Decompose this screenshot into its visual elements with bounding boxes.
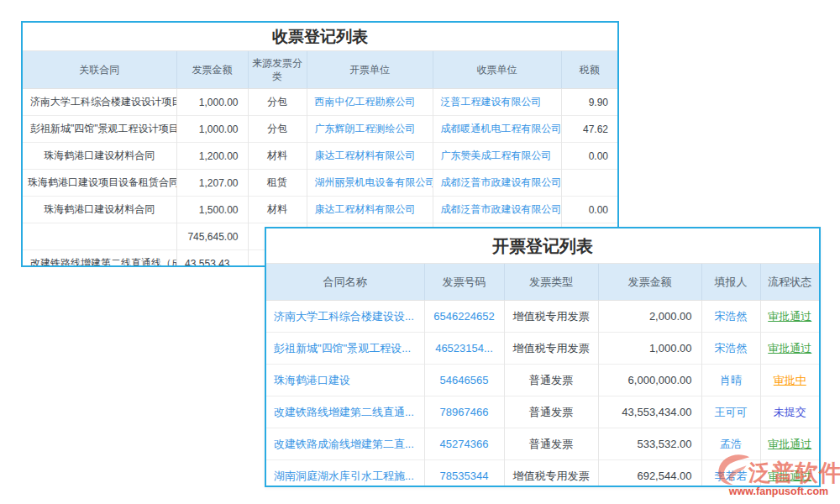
column-header-category: 来源发票分类 — [248, 51, 307, 89]
reporter-link[interactable]: 宋浩然 — [701, 301, 760, 333]
invoice-number-link[interactable]: 54646565 — [424, 365, 504, 396]
contract-link[interactable]: 改建铁路成渝线增建第二直... — [266, 428, 424, 460]
amount-cell: 533,532.00 — [598, 428, 701, 460]
contract-cell: 改建铁路线增建第二线直通线（成... — [23, 250, 176, 268]
table-row: 济南大学工科综合楼建设设计项目... 1,000.00 分包 西南中亿工程勘察公… — [23, 89, 617, 116]
table-row: 珠海鹤港口建设 54646565 普通发票 6,000,000.00 肖晴 审批… — [266, 365, 819, 396]
column-header-tax: 税额 — [561, 51, 617, 89]
status-badge[interactable]: 审批通过 — [760, 333, 819, 365]
invoice-number-link[interactable]: 6546224652 — [424, 301, 504, 333]
contract-cell: 济南大学工科综合楼建设设计项目... — [23, 89, 176, 116]
invoice-type-cell: 普通发票 — [504, 365, 598, 396]
amount-cell: 1,000.00 — [598, 333, 701, 365]
column-header-invoice-type: 发票类型 — [504, 264, 598, 301]
tax-cell: 0.00 — [561, 197, 617, 223]
receiver-link[interactable]: 成都泛普市政建设有限公司 — [433, 170, 561, 197]
contract-link[interactable]: 济南大学工科综合楼建设设... — [266, 301, 424, 333]
table-row: 珠海鹤港口建设材料合同 1,500.00 材料 康达工程材料有限公司 成都泛普市… — [23, 197, 617, 223]
receiver-link[interactable]: 成都暖通机电工程有限公司 — [433, 116, 561, 143]
fanpu-logo-icon — [715, 450, 752, 487]
tax-cell: 0.00 — [561, 143, 617, 170]
table-row: 彭祖新城"四馆"景观工程设计项目... 1,000.00 分包 广东辉朗工程测绘… — [23, 116, 617, 143]
table-row: 改建铁路线增建第二线直通... 78967466 普通发票 43,553,434… — [266, 396, 819, 428]
reporter-link[interactable]: 宋浩然 — [701, 333, 760, 365]
issuer-link[interactable]: 康达工程材料有限公司 — [307, 197, 433, 223]
amount-cell: 692,544.00 — [598, 460, 701, 488]
column-header-contract-name: 合同名称 — [266, 264, 424, 301]
category-cell: 分包 — [248, 89, 307, 116]
invoice-table-title: 开票登记列表 — [266, 228, 819, 263]
category-cell: 租赁 — [248, 170, 307, 197]
amount-cell: 1,500.00 — [176, 197, 248, 223]
amount-cell: 1,200.00 — [176, 143, 248, 170]
column-header-receiver: 收票单位 — [433, 51, 561, 89]
amount-cell: 1,000.00 — [176, 116, 248, 143]
contract-cell: 珠海鹤港口建设材料合同 — [23, 197, 176, 223]
category-cell: 分包 — [248, 116, 307, 143]
category-cell: 材料 — [248, 197, 307, 223]
table-row: 珠海鹤港口建设材料合同 1,200.00 材料 康达工程材料有限公司 广东赞美成… — [23, 143, 617, 170]
status-badge[interactable]: 审批通过 — [760, 301, 819, 333]
issuer-link[interactable]: 湖州丽景机电设备有限公司 — [307, 170, 433, 197]
reporter-link[interactable]: 王可可 — [701, 396, 760, 428]
column-header-invoice-amount: 发票金额 — [598, 264, 701, 301]
issuer-link[interactable]: 广东辉朗工程测绘公司 — [307, 116, 433, 143]
tax-cell: 9.90 — [561, 89, 617, 116]
issuer-link[interactable]: 康达工程材料有限公司 — [307, 143, 433, 170]
tax-cell — [561, 170, 617, 197]
column-header-amount: 发票金额 — [176, 51, 248, 89]
table-row: 珠海鹤港口建设项目设备租赁合同 1,207.00 租赁 湖州丽景机电设备有限公司… — [23, 170, 617, 197]
reporter-link[interactable]: 肖晴 — [701, 365, 760, 396]
receiver-link[interactable]: 泛普工程建设有限公司 — [433, 89, 561, 116]
contract-link[interactable]: 彭祖新城"四馆"景观工程设... — [266, 333, 424, 365]
receiver-link[interactable]: 成都泛普市政建设有限公司 — [433, 197, 561, 223]
issuer-link[interactable]: 西南中亿工程勘察公司 — [307, 89, 433, 116]
watermark-brand-text: 泛普软件 — [748, 462, 840, 487]
amount-cell: 43,553,43... — [176, 250, 248, 268]
contract-link[interactable]: 珠海鹤港口建设 — [266, 365, 424, 396]
invoice-number-link[interactable]: 78967466 — [424, 396, 504, 428]
invoice-header-row: 合同名称 发票号码 发票类型 发票金额 填报人 流程状态 — [266, 264, 819, 301]
table-row: 彭祖新城"四馆"景观工程设... 46523154... 增值税专用发票 1,0… — [266, 333, 819, 365]
column-header-issuer: 开票单位 — [307, 51, 433, 89]
column-header-invoice-number: 发票号码 — [424, 264, 504, 301]
contract-cell: 彭祖新城"四馆"景观工程设计项目... — [23, 116, 176, 143]
category-cell: 材料 — [248, 143, 307, 170]
table-row: 济南大学工科综合楼建设设... 6546224652 增值税专用发票 2,000… — [266, 301, 819, 333]
watermark-url-text: www.fanpusoft.com — [715, 486, 840, 497]
tax-cell: 47.62 — [561, 116, 617, 143]
invoice-type-cell: 增值税专用发票 — [504, 333, 598, 365]
contract-link[interactable]: 改建铁路线增建第二线直通... — [266, 396, 424, 428]
contract-cell: 珠海鹤港口建设项目设备租赁合同 — [23, 170, 176, 197]
receipt-header-row: 关联合同 发票金额 来源发票分类 开票单位 收票单位 税额 — [23, 51, 617, 89]
receipt-table-title: 收票登记列表 — [23, 23, 617, 50]
invoice-type-cell: 增值税专用发票 — [504, 301, 598, 333]
column-header-contract: 关联合同 — [23, 51, 176, 89]
invoice-type-cell: 普通发票 — [504, 396, 598, 428]
amount-cell: 2,000.00 — [598, 301, 701, 333]
column-header-reporter: 填报人 — [701, 264, 760, 301]
invoice-number-link[interactable]: 46523154... — [424, 333, 504, 365]
amount-cell: 1,000.00 — [176, 89, 248, 116]
invoice-type-cell: 普通发票 — [504, 428, 598, 460]
amount-cell: 745,645.00 — [176, 223, 248, 250]
watermark: 泛普软件 www.fanpusoft.com — [715, 449, 840, 497]
invoice-number-link[interactable]: 45274366 — [424, 428, 504, 460]
contract-cell: 珠海鹤港口建设材料合同 — [23, 143, 176, 170]
receiver-link[interactable]: 广东赞美成工程有限公司 — [433, 143, 561, 170]
amount-cell: 43,553,434.00 — [598, 396, 701, 428]
status-badge[interactable]: 未提交 — [760, 396, 819, 428]
amount-cell: 6,000,000.00 — [598, 365, 701, 396]
contract-link[interactable]: 湖南洞庭湖水库引水工程施... — [266, 460, 424, 488]
status-badge[interactable]: 审批中 — [760, 365, 819, 396]
amount-cell: 1,207.00 — [176, 170, 248, 197]
contract-cell — [23, 223, 176, 250]
column-header-status: 流程状态 — [760, 264, 819, 301]
invoice-type-cell: 增值税专用发票 — [504, 460, 598, 488]
invoice-number-link[interactable]: 78535344 — [424, 460, 504, 488]
